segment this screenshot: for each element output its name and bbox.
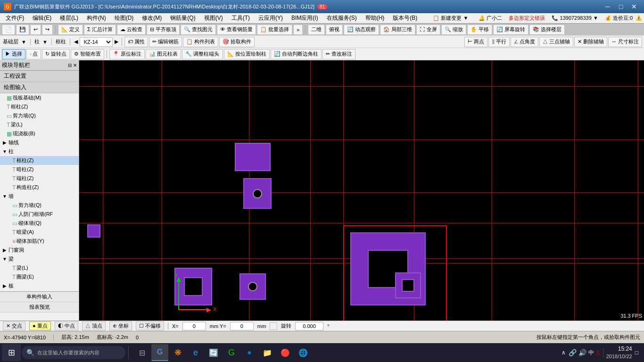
tb-pick[interactable]: 🎯 拾取构件: [219, 37, 255, 47]
y-coord-input[interactable]: [230, 322, 254, 330]
tb-3point-aux[interactable]: △ 三点辅轴: [539, 37, 573, 47]
tb-zoom[interactable]: 🔍 缩放: [441, 25, 466, 35]
tb-save[interactable]: 💾: [16, 25, 29, 35]
tree-slab-group[interactable]: ▶ 板: [0, 281, 79, 290]
layer-dropdown-icon[interactable]: ▼: [20, 39, 27, 45]
menu-tools[interactable]: 工具(T): [228, 13, 254, 23]
taskbar-app-2[interactable]: ❋: [169, 344, 186, 361]
col-shape-2[interactable]: [243, 178, 272, 209]
col-shape-3[interactable]: [87, 224, 100, 238]
snap-coord[interactable]: ⊕ 坐标: [109, 321, 132, 330]
tb-dynamic[interactable]: 🔄 动态观察: [344, 25, 379, 35]
taskbar-app-6[interactable]: ●: [241, 344, 258, 361]
snap-endpoint[interactable]: ● 重点: [29, 321, 51, 330]
tb-batch[interactable]: 📋 批量选择: [257, 25, 292, 35]
menu-cloud[interactable]: 云应用(Y): [255, 13, 287, 23]
engineering-setup[interactable]: 工程设置: [0, 71, 79, 82]
tree-axis[interactable]: ▶ 轴线: [0, 138, 79, 147]
tb-rotate[interactable]: 🔄 屏幕旋转: [493, 25, 528, 35]
tree-door-window[interactable]: ▶ 门窗洞: [0, 246, 79, 255]
tb-auto-corner[interactable]: 🔄 自动判断边角柱: [271, 49, 322, 59]
tb-new[interactable]: 📄: [2, 25, 15, 35]
tb-select[interactable]: ▶ 选择: [2, 49, 25, 59]
menu-bim[interactable]: BIM应用(I): [288, 13, 322, 23]
col-shape-1[interactable]: [235, 143, 271, 171]
taskbar-app-1[interactable]: G: [151, 344, 168, 361]
tb-properties[interactable]: 🏷 属性: [124, 37, 148, 47]
menu-phone[interactable]: 📞 13907298339 ▼: [548, 14, 602, 22]
network-icon[interactable]: 🔗: [569, 349, 577, 356]
menu-guangxiao[interactable]: 🔔 广小二: [475, 14, 506, 23]
tb-calc[interactable]: Σ 汇总计算: [84, 25, 116, 35]
tb-dim-note[interactable]: ↔ 尺寸标注: [608, 37, 642, 47]
tb-floor-select[interactable]: 📚 选择楼层: [529, 25, 565, 35]
snap-no-offset[interactable]: ☐ 不偏移: [136, 321, 164, 330]
taskbar-clock[interactable]: 15:24 2018/10/22: [606, 345, 632, 360]
menu-rebar[interactable]: 钢筋量(Q): [166, 13, 199, 23]
tb-point-draw[interactable]: · 点: [26, 49, 41, 59]
expand-axis[interactable]: ▶: [2, 140, 8, 145]
menu-version[interactable]: 版本号(B): [389, 13, 421, 23]
tb-comp-list[interactable]: 📋 构件列表: [183, 37, 218, 47]
taskbar-app-4[interactable]: 🔄: [205, 344, 222, 361]
tb-cloud-check[interactable]: ☁ 云检查: [117, 25, 146, 35]
snap-midpoint[interactable]: ◐ 中点: [55, 321, 78, 330]
tree-shear-wall[interactable]: ▭ 剪力墙(Q): [0, 201, 79, 210]
tree-raft-foundation-top[interactable]: ▦ 筏板基础(M): [0, 93, 79, 102]
tb-parallel[interactable]: ∥ 平行: [488, 37, 510, 47]
menu-component[interactable]: 构件(N): [83, 13, 110, 23]
tb-figure-table[interactable]: 📊 图元柱表: [146, 49, 181, 59]
maximize-button[interactable]: □: [615, 2, 627, 11]
tb-define[interactable]: 📐 定义: [58, 25, 83, 35]
comp-type-dropdown[interactable]: ▼: [41, 39, 49, 45]
menu-help[interactable]: 帮助(H): [362, 13, 388, 23]
report-preview-btn[interactable]: 报表预览: [0, 302, 79, 313]
tb-align-top[interactable]: ⊟ 平齐板顶: [147, 25, 180, 35]
tb-undo[interactable]: ↩: [30, 25, 41, 35]
taskbar-search[interactable]: 🔍 在这里输入你要搜索的内容: [22, 346, 125, 359]
menu-file[interactable]: 文件(F): [2, 13, 28, 23]
menu-new-change[interactable]: 📋 新建变更 ▼: [429, 14, 472, 23]
single-comp-input-btn[interactable]: 单构件输入: [0, 292, 79, 302]
tb-local-3d[interactable]: 🏠 局部三维: [380, 25, 415, 35]
tb-find[interactable]: 🔍 查找图元: [181, 25, 216, 35]
rotate-input[interactable]: [295, 322, 323, 330]
tree-col-group[interactable]: ▼ 柱: [0, 147, 79, 156]
expand-slab[interactable]: ▶: [2, 283, 8, 288]
tree-end-col[interactable]: T 端柱(Z): [0, 174, 79, 183]
tree-beam-group[interactable]: ▼ 梁: [0, 255, 79, 263]
tb-check-mark[interactable]: ✏ 查改标注: [322, 49, 355, 59]
tree-wall-group[interactable]: ▼ 墙: [0, 192, 79, 201]
taskbar-app-3[interactable]: e: [187, 344, 204, 361]
component-id-select[interactable]: KZ-14: [80, 37, 113, 47]
menu-edit[interactable]: 编辑(E): [29, 13, 55, 23]
tb-pan[interactable]: ✋ 平移: [467, 25, 492, 35]
snap-vertex[interactable]: △ 顶点: [82, 321, 106, 330]
tree-beam[interactable]: T 梁(L): [0, 263, 79, 272]
volume-icon[interactable]: 🔊: [578, 349, 586, 356]
tb-two-points[interactable]: ⊢ 两点: [464, 37, 487, 47]
tree-ring-beam[interactable]: T 圈梁(E): [0, 272, 79, 281]
tree-civil-wall[interactable]: ▭ 人防门框墙(RF: [0, 210, 79, 219]
tb-adjust-head[interactable]: 🔧 调整柱端头: [182, 49, 223, 59]
taskbar-app-5[interactable]: G: [223, 344, 240, 361]
tree-hidden-beam[interactable]: T 暗梁(A): [0, 228, 79, 237]
taskbar-app-taskview[interactable]: ⊟: [133, 344, 150, 361]
taskbar-app-9[interactable]: 🌐: [295, 344, 312, 361]
action-center-icon[interactable]: □: [635, 349, 638, 356]
taskbar-expand[interactable]: ∧: [561, 349, 566, 356]
canvas-area[interactable]: Y X 31.3 FPS: [79, 60, 644, 321]
tb-more[interactable]: »: [293, 25, 303, 35]
col-shape-4[interactable]: [174, 268, 212, 305]
taskbar-app-8[interactable]: 🔴: [277, 344, 294, 361]
tree-struct-col[interactable]: T 构造柱(Z): [0, 183, 79, 192]
menu-modify[interactable]: 修改(M): [138, 13, 165, 23]
tb-del-aux[interactable]: ✕ 删除辅轴: [574, 37, 607, 47]
x-coord-input[interactable]: [182, 322, 206, 330]
rotate-checkbox[interactable]: [270, 322, 277, 330]
menu-draw[interactable]: 绘图(D): [111, 13, 138, 23]
tb-origin-mark[interactable]: 📍 原位标注: [109, 49, 145, 59]
antivirus-icon[interactable]: S: [596, 349, 600, 356]
tb-top-view[interactable]: 俯视: [326, 25, 343, 35]
col-shape-5[interactable]: [239, 273, 266, 300]
